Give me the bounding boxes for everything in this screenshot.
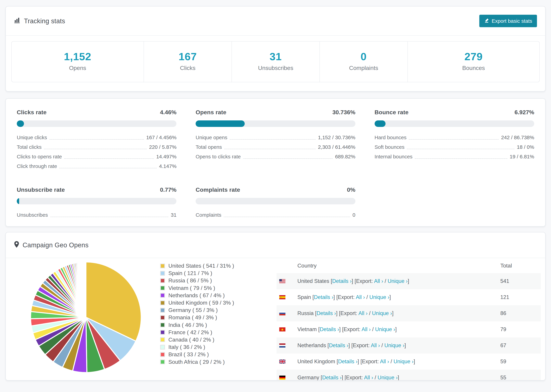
legend-item-united-states[interactable]: United States ( 541 / 31% ): [160, 262, 276, 270]
stats-summary-row: 1,152Opens167Clicks31Unsubscribes0Compla…: [11, 41, 540, 82]
detail-row: Unique clicks167 / 4.456%: [17, 132, 177, 142]
legend-item-romania[interactable]: Romania ( 49 / 3% ): [160, 314, 276, 321]
export-all-link[interactable]: All ›: [374, 278, 383, 284]
rate-title: Opens rate: [196, 109, 226, 116]
dotted-leader: [44, 149, 147, 149]
rate-block-complaints-rate: Complaints rate0%Complaints0: [196, 186, 355, 219]
detail-label: Click through rate: [17, 163, 57, 169]
geo-country-cell: Germany [Details ›] [Export: All › / Uni…: [297, 375, 399, 381]
rate-value: 0.77%: [160, 186, 177, 193]
export-unique-link[interactable]: Unique ›: [384, 343, 404, 348]
export-all-link[interactable]: All ›: [380, 358, 389, 364]
flag-nl-icon: [279, 343, 285, 348]
legend-item-france[interactable]: France ( 42 / 2% ): [160, 329, 276, 336]
export-basic-stats-button[interactable]: Export basic stats: [479, 15, 537, 27]
legend-item-south-africa[interactable]: South Africa ( 29 / 2% ): [160, 358, 276, 365]
legend-label: Germany ( 55 / 3% ): [168, 307, 218, 313]
flag-vn-icon: [279, 327, 285, 331]
legend-label: Canada ( 40 / 2% ): [168, 336, 214, 343]
geo-country-cell: Netherlands [Details ›] [Export: All › /…: [297, 343, 406, 349]
detail-value: 220 / 5.87%: [149, 144, 177, 150]
export-all-link[interactable]: All ›: [356, 294, 365, 300]
detail-label: Soft bounces: [374, 144, 404, 150]
details-link[interactable]: Details ›: [322, 375, 342, 381]
export-unique-link[interactable]: Unique ›: [388, 278, 408, 284]
geo-total-cell: 67: [500, 343, 541, 349]
details-link[interactable]: Details ›: [317, 310, 336, 316]
export-all-link[interactable]: All ›: [371, 343, 380, 348]
legend-item-vietnam[interactable]: Vietnam ( 79 / 5% ): [160, 284, 276, 292]
legend-swatch-icon: [160, 359, 165, 364]
rate-block-bounce-rate: Bounce rate6.927%Hard bounces242 / 86.73…: [374, 109, 534, 171]
map-pin-icon: [14, 241, 19, 249]
progress-bar: [374, 120, 534, 127]
geo-country-cell: Spain [Details ›] [Export: All › / Uniqu…: [297, 294, 391, 300]
legend-label: Romania ( 49 / 3% ): [168, 314, 217, 321]
legend-item-brazil[interactable]: Brazil ( 33 / 2% ): [160, 351, 276, 358]
stat-value: 0: [320, 50, 407, 63]
details-link[interactable]: Details ›: [338, 358, 358, 364]
legend-label: Vietnam ( 79 / 5% ): [168, 285, 215, 291]
geo-table-row-netherlands: Netherlands [Details ›] [Export: All › /…: [276, 337, 541, 354]
detail-row: Clicks to opens rate14.497%: [17, 152, 177, 161]
detail-row: Total opens2,303 / 61.446%: [196, 142, 355, 152]
legend-label: Spain ( 121 / 7% ): [168, 270, 212, 276]
legend-item-spain[interactable]: Spain ( 121 / 7% ): [160, 270, 276, 277]
export-unique-link[interactable]: Unique ›: [375, 326, 395, 332]
legend-label: Italy ( 36 / 2% ): [168, 344, 205, 350]
pie-legend: United States ( 541 / 31% )Spain ( 121 /…: [160, 258, 276, 381]
detail-value: 18 / 0%: [517, 144, 534, 150]
detail-label: Clicks to opens rate: [17, 154, 62, 160]
details-link[interactable]: Details ›: [329, 343, 348, 348]
legend-item-netherlands[interactable]: Netherlands ( 67 / 4% ): [160, 292, 276, 299]
legend-item-italy[interactable]: Italy ( 36 / 2% ): [160, 343, 276, 351]
detail-value: 242 / 86.738%: [501, 134, 534, 140]
detail-label: Unique opens: [196, 134, 227, 140]
export-all-link[interactable]: All ›: [359, 310, 367, 316]
export-unique-link[interactable]: Unique ›: [394, 358, 414, 364]
legend-swatch-icon: [160, 352, 165, 357]
detail-value: 167 / 4.456%: [146, 134, 177, 140]
details-link[interactable]: Details ›: [332, 278, 352, 284]
rate-value: 0%: [347, 186, 355, 193]
legend-label: India ( 46 / 3% ): [168, 322, 207, 328]
detail-label: Internal bounces: [374, 154, 413, 160]
stat-box-clicks: 167Clicks: [144, 42, 232, 82]
dotted-leader: [409, 139, 499, 140]
tracking-stats-header: Tracking stats Export basic stats: [6, 7, 545, 36]
dotted-leader: [407, 149, 514, 149]
detail-value: 0: [353, 212, 355, 218]
export-unique-link[interactable]: Unique ›: [372, 310, 392, 316]
legend-item-canada[interactable]: Canada ( 40 / 2% ): [160, 336, 276, 343]
export-all-link[interactable]: All ›: [364, 375, 373, 381]
legend-item-united-kingdom[interactable]: United Kingdom ( 59 / 3% ): [160, 299, 276, 307]
stat-value: 167: [144, 50, 232, 63]
details-link[interactable]: Details ›: [320, 326, 339, 332]
geo-body: United States ( 541 / 31% )Spain ( 121 /…: [6, 258, 545, 381]
detail-label: Hard bounces: [374, 134, 407, 140]
progress-bar: [17, 198, 177, 204]
rates-grid: Clicks rate4.46%Unique clicks167 / 4.456…: [6, 99, 545, 226]
detail-value: 19 / 6.81%: [510, 154, 534, 160]
dotted-leader: [415, 158, 507, 159]
geo-total-cell: 121: [500, 294, 541, 300]
detail-row: Click through rate4.147%: [17, 161, 177, 171]
legend-item-germany[interactable]: Germany ( 55 / 3% ): [160, 307, 276, 314]
flag-de-icon: [279, 376, 285, 380]
legend-swatch-icon: [160, 301, 165, 305]
legend-item-russia[interactable]: Russia ( 86 / 5% ): [160, 277, 276, 284]
geo-total-cell: 59: [500, 358, 541, 365]
detail-row: Complaints0: [196, 210, 355, 219]
column-header-country: Country: [297, 263, 317, 269]
rate-block-opens-rate: Opens rate30.736%Unique opens1,152 / 30.…: [196, 109, 355, 171]
geo-total-cell: 55: [500, 375, 541, 381]
details-link[interactable]: Details ›: [314, 294, 333, 300]
export-unique-link[interactable]: Unique ›: [369, 294, 389, 300]
geo-header: Campaign Geo Opens: [6, 232, 545, 258]
export-unique-link[interactable]: Unique ›: [378, 375, 398, 381]
export-all-link[interactable]: All ›: [361, 326, 371, 332]
rate-title: Clicks rate: [17, 109, 47, 116]
detail-label: Unsubscribes: [17, 212, 48, 218]
legend-item-india[interactable]: India ( 46 / 3% ): [160, 321, 276, 329]
geo-table-header: Country Total: [276, 258, 541, 273]
